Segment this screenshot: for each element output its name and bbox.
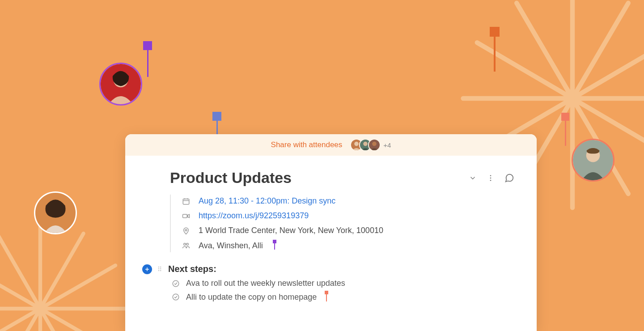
chevron-down-icon[interactable] (469, 174, 477, 182)
video-link[interactable]: https://zoom.us/j/92259319379 (199, 211, 309, 221)
check-circle-icon[interactable] (172, 280, 180, 288)
task-text: Ava to roll out the weekly newsletter up… (186, 279, 345, 288)
share-with-attendees-link[interactable]: Share with attendees (271, 140, 343, 149)
svg-point-45 (185, 229, 187, 231)
collaborator-cursor (325, 291, 328, 301)
meeting-metadata: Aug 28, 11:30 - 12:00pm: Design sync htt… (170, 195, 514, 252)
document-title[interactable]: Product Updates (170, 169, 292, 187)
svg-rect-43 (183, 214, 187, 218)
document-actions (469, 173, 514, 183)
comment-icon[interactable] (504, 173, 514, 183)
next-steps-section: ⠿ Next steps: Ava to roll out the weekly… (170, 264, 514, 302)
cursor-pin (561, 113, 569, 146)
svg-marker-44 (188, 214, 190, 218)
svg-point-37 (490, 177, 491, 178)
more-vert-icon[interactable] (487, 174, 495, 182)
meta-row-video: https://zoom.us/j/92259319379 (182, 211, 514, 221)
svg-point-31 (354, 142, 359, 146)
cursor-pin (143, 41, 152, 77)
task-text: Alli to update the copy on homepage (186, 293, 317, 302)
svg-rect-39 (183, 199, 189, 204)
event-link[interactable]: Aug 28, 11:30 - 12:00pm: Design sync (199, 196, 335, 206)
cursor-pin (490, 27, 500, 72)
share-banner: Share with attendees +4 (125, 134, 537, 156)
task-item[interactable]: Alli to update the copy on homepage (172, 292, 514, 302)
calendar-icon (182, 197, 191, 205)
document-card: Share with attendees +4 Product Updates (125, 134, 537, 331)
add-block-button[interactable] (142, 264, 152, 274)
section-title[interactable]: Next steps: (168, 264, 216, 274)
stage: Share with attendees +4 Product Updates (0, 0, 644, 331)
video-icon (182, 212, 191, 220)
svg-point-35 (372, 142, 377, 146)
meta-row-location: 1 World Trade Center, New York, New York… (182, 226, 514, 235)
attendee-avatar-stack[interactable]: +4 (350, 139, 391, 151)
meta-row-event: Aug 28, 11:30 - 12:00pm: Design sync (182, 196, 514, 206)
svg-point-47 (186, 243, 189, 246)
svg-point-36 (490, 175, 491, 176)
location-pin-icon (182, 227, 191, 235)
meta-row-people: Ava, Winshen, Alli (182, 241, 514, 250)
svg-point-33 (363, 142, 368, 146)
location-text: 1 World Trade Center, New York, New York… (199, 226, 383, 235)
task-item[interactable]: Ava to roll out the weekly newsletter up… (172, 279, 514, 288)
svg-line-14 (572, 42, 644, 98)
collaborator-avatar (572, 139, 614, 182)
attendee-overflow-count: +4 (383, 141, 391, 149)
task-list: Ava to roll out the weekly newsletter up… (170, 279, 514, 302)
svg-point-38 (490, 179, 491, 181)
svg-point-51 (173, 294, 179, 300)
starburst-decoration (0, 215, 134, 331)
people-text: Ava, Winshen, Alli (199, 241, 263, 250)
attendee-avatar (368, 139, 381, 151)
collaborator-cursor (273, 240, 276, 250)
svg-point-50 (173, 280, 179, 287)
check-circle-icon[interactable] (172, 293, 180, 301)
collaborator-avatar (34, 191, 77, 234)
collaborator-avatar (99, 63, 142, 106)
svg-point-46 (184, 243, 186, 246)
drag-handle-icon[interactable]: ⠿ (157, 266, 163, 273)
people-icon (182, 242, 191, 250)
document-body: Product Updates (125, 156, 537, 302)
